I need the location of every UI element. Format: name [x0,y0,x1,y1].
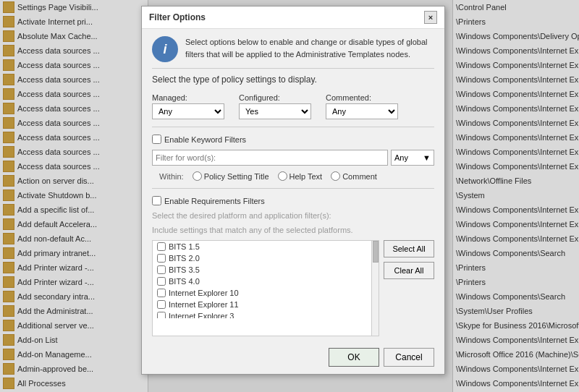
scrollbar[interactable] [371,241,379,336]
requirements-checkbox[interactable] [152,196,161,205]
filter-options-dialog: Filter Options × i Select options below … [141,6,445,375]
managed-label: Managed: [152,93,224,102]
close-icon: × [428,13,433,22]
within-label: Within: [159,172,184,181]
requirements-box: BITS 1.5BITS 2.0BITS 3.5BITS 4.0Internet… [152,240,379,336]
platform-label: Internet Explorer 11 [169,300,239,309]
within-policy-radio[interactable] [193,171,202,181]
platform-checkbox[interactable] [157,289,166,297]
list-item[interactable]: BITS 3.5 [153,264,379,276]
select-all-button[interactable]: Select All [384,240,434,257]
commented-col: Commented: Any [326,93,398,119]
within-help-text: Help Text [278,171,323,181]
chevron-down-icon: ▼ [423,153,431,162]
platform-label: Internet Explorer 3 [169,312,234,318]
platform-label: Internet Explorer 10 [169,289,239,297]
policy-section-label: Select the type of policy settings to di… [152,74,434,85]
info-section: i Select options below to enable and cha… [152,36,434,69]
commented-select[interactable]: Any [326,103,398,119]
within-comment-radio[interactable] [331,171,340,181]
list-item[interactable]: BITS 2.0 [153,252,379,264]
dialog-close-button[interactable]: × [424,11,437,24]
within-help-label[interactable]: Help Text [290,172,323,181]
platform-checkbox[interactable] [157,277,166,286]
filter-input-row: Any ▼ [152,150,434,166]
info-icon: i [152,36,178,62]
within-help-radio[interactable] [278,171,287,181]
requirements-container: BITS 1.5BITS 2.0BITS 3.5BITS 4.0Internet… [152,240,434,336]
managed-col: Managed: Any [152,93,224,119]
dialog-footer: OK Cancel [142,344,444,374]
within-comment: Comment [331,171,377,181]
filter-input[interactable] [152,150,388,166]
policy-type-row: Managed: Any Configured: Yes Commented: … [152,93,434,119]
within-comment-label[interactable]: Comment [342,172,377,181]
platform-checkbox[interactable] [157,312,166,318]
configured-col: Configured: Yes [239,93,311,119]
platform-label: BITS 2.0 [169,254,200,263]
within-policy-label[interactable]: Policy Setting Title [204,172,269,181]
keyword-checkbox-label[interactable]: Enable Keyword Filters [164,135,246,144]
list-item[interactable]: Internet Explorer 11 [153,299,379,310]
dialog-title: Filter Options [149,12,206,22]
platform-checkbox[interactable] [157,254,166,263]
cancel-button[interactable]: Cancel [384,348,434,367]
filter-any-dropdown[interactable]: Any ▼ [391,150,434,166]
divider-1 [152,127,434,127]
clear-all-button[interactable]: Clear All [384,262,434,279]
requirements-checkbox-label[interactable]: Enable Requirements Filters [164,197,265,205]
platform-label: BITS 1.5 [169,242,200,251]
platform-label: BITS 3.5 [169,265,200,274]
info-text: Select options below to enable and chang… [185,36,434,60]
keyword-checkbox[interactable] [152,135,161,144]
platform-label: BITS 4.0 [169,277,200,286]
filter-any-label: Any [394,153,408,162]
requirements-buttons: Select All Clear All [384,240,434,336]
platform-checkbox[interactable] [157,242,166,251]
requirements-include-text: Include settings that match any of the s… [152,226,434,234]
platform-checkbox[interactable] [157,300,166,309]
keyword-filters-row: Enable Keyword Filters [152,135,434,144]
commented-label: Commented: [326,93,398,102]
managed-select[interactable]: Any [152,103,224,119]
requirements-filters-row: Enable Requirements Filters [152,196,434,205]
configured-label: Configured: [239,93,311,102]
list-item[interactable]: Internet Explorer 10 [153,287,379,299]
requirements-header-text: Select the desired platform and applicat… [152,211,434,220]
configured-select[interactable]: Yes [239,103,311,119]
requirements-list[interactable]: BITS 1.5BITS 2.0BITS 3.5BITS 4.0Internet… [153,241,379,318]
list-item[interactable]: BITS 4.0 [153,276,379,287]
dialog-titlebar: Filter Options × [142,7,444,29]
divider-2 [152,188,434,189]
within-row: Within: Policy Setting Title Help Text C… [152,171,434,181]
ok-button[interactable]: OK [329,348,379,367]
platform-checkbox[interactable] [157,265,166,274]
dialog-body: i Select options below to enable and cha… [142,29,444,344]
within-policy-setting: Policy Setting Title [193,171,269,181]
list-item[interactable]: Internet Explorer 3 [153,310,379,318]
scrollbar-thumb[interactable] [373,241,379,263]
list-item[interactable]: BITS 1.5 [153,241,379,252]
